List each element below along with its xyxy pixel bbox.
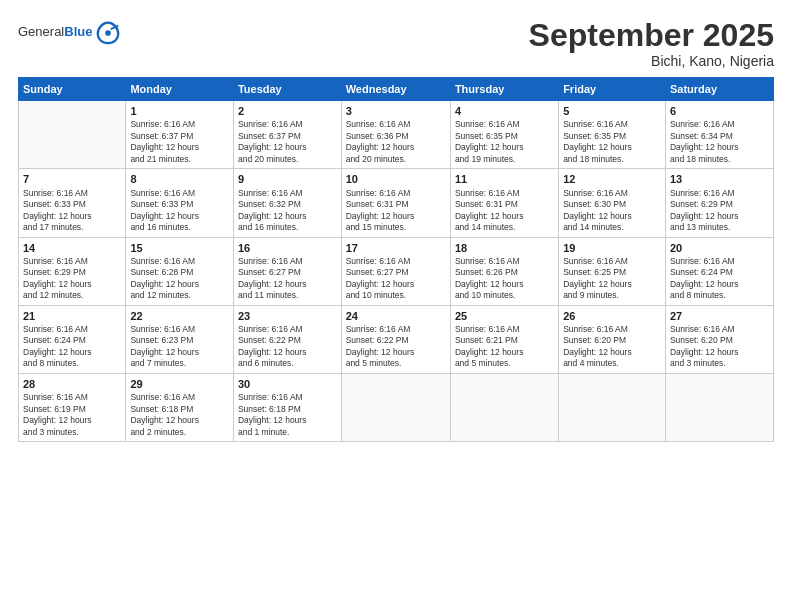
table-row: 20Sunrise: 6:16 AM Sunset: 6:24 PM Dayli…: [665, 237, 773, 305]
day-number: 19: [563, 241, 661, 255]
day-number: 25: [455, 309, 554, 323]
day-info: Sunrise: 6:16 AM Sunset: 6:35 PM Dayligh…: [455, 119, 554, 165]
day-info: Sunrise: 6:16 AM Sunset: 6:21 PM Dayligh…: [455, 324, 554, 370]
table-row: 2Sunrise: 6:16 AM Sunset: 6:37 PM Daylig…: [233, 101, 341, 169]
table-row: 27Sunrise: 6:16 AM Sunset: 6:20 PM Dayli…: [665, 305, 773, 373]
day-info: Sunrise: 6:16 AM Sunset: 6:36 PM Dayligh…: [346, 119, 446, 165]
day-info: Sunrise: 6:16 AM Sunset: 6:32 PM Dayligh…: [238, 188, 337, 234]
day-info: Sunrise: 6:16 AM Sunset: 6:24 PM Dayligh…: [23, 324, 121, 370]
logo-general: GeneralBlue: [18, 24, 92, 40]
col-friday: Friday: [559, 78, 666, 101]
day-number: 12: [563, 172, 661, 186]
calendar-week-row: 7Sunrise: 6:16 AM Sunset: 6:33 PM Daylig…: [19, 169, 774, 237]
table-row: 9Sunrise: 6:16 AM Sunset: 6:32 PM Daylig…: [233, 169, 341, 237]
day-number: 21: [23, 309, 121, 323]
month-title: September 2025: [529, 18, 774, 53]
day-info: Sunrise: 6:16 AM Sunset: 6:37 PM Dayligh…: [238, 119, 337, 165]
table-row: 29Sunrise: 6:16 AM Sunset: 6:18 PM Dayli…: [126, 373, 234, 441]
svg-point-0: [106, 30, 112, 36]
day-info: Sunrise: 6:16 AM Sunset: 6:29 PM Dayligh…: [23, 256, 121, 302]
calendar-header-row: Sunday Monday Tuesday Wednesday Thursday…: [19, 78, 774, 101]
day-number: 30: [238, 377, 337, 391]
day-info: Sunrise: 6:16 AM Sunset: 6:20 PM Dayligh…: [563, 324, 661, 370]
day-number: 5: [563, 104, 661, 118]
location: Bichi, Kano, Nigeria: [529, 53, 774, 69]
table-row: 7Sunrise: 6:16 AM Sunset: 6:33 PM Daylig…: [19, 169, 126, 237]
day-info: Sunrise: 6:16 AM Sunset: 6:24 PM Dayligh…: [670, 256, 769, 302]
day-number: 1: [130, 104, 229, 118]
calendar-week-row: 1Sunrise: 6:16 AM Sunset: 6:37 PM Daylig…: [19, 101, 774, 169]
table-row: 12Sunrise: 6:16 AM Sunset: 6:30 PM Dayli…: [559, 169, 666, 237]
day-info: Sunrise: 6:16 AM Sunset: 6:37 PM Dayligh…: [130, 119, 229, 165]
day-number: 6: [670, 104, 769, 118]
day-number: 29: [130, 377, 229, 391]
table-row: 16Sunrise: 6:16 AM Sunset: 6:27 PM Dayli…: [233, 237, 341, 305]
table-row: 10Sunrise: 6:16 AM Sunset: 6:31 PM Dayli…: [341, 169, 450, 237]
day-info: Sunrise: 6:16 AM Sunset: 6:22 PM Dayligh…: [346, 324, 446, 370]
col-monday: Monday: [126, 78, 234, 101]
day-number: 8: [130, 172, 229, 186]
day-number: 4: [455, 104, 554, 118]
day-number: 23: [238, 309, 337, 323]
table-row: 28Sunrise: 6:16 AM Sunset: 6:19 PM Dayli…: [19, 373, 126, 441]
day-number: 3: [346, 104, 446, 118]
calendar-week-row: 14Sunrise: 6:16 AM Sunset: 6:29 PM Dayli…: [19, 237, 774, 305]
table-row: [559, 373, 666, 441]
day-number: 17: [346, 241, 446, 255]
day-number: 13: [670, 172, 769, 186]
day-info: Sunrise: 6:16 AM Sunset: 6:34 PM Dayligh…: [670, 119, 769, 165]
day-info: Sunrise: 6:16 AM Sunset: 6:30 PM Dayligh…: [563, 188, 661, 234]
table-row: 14Sunrise: 6:16 AM Sunset: 6:29 PM Dayli…: [19, 237, 126, 305]
table-row: 8Sunrise: 6:16 AM Sunset: 6:33 PM Daylig…: [126, 169, 234, 237]
day-number: 24: [346, 309, 446, 323]
calendar-week-row: 21Sunrise: 6:16 AM Sunset: 6:24 PM Dayli…: [19, 305, 774, 373]
day-info: Sunrise: 6:16 AM Sunset: 6:23 PM Dayligh…: [130, 324, 229, 370]
day-info: Sunrise: 6:16 AM Sunset: 6:25 PM Dayligh…: [563, 256, 661, 302]
day-info: Sunrise: 6:16 AM Sunset: 6:31 PM Dayligh…: [455, 188, 554, 234]
col-thursday: Thursday: [450, 78, 558, 101]
table-row: 24Sunrise: 6:16 AM Sunset: 6:22 PM Dayli…: [341, 305, 450, 373]
day-info: Sunrise: 6:16 AM Sunset: 6:27 PM Dayligh…: [346, 256, 446, 302]
table-row: 18Sunrise: 6:16 AM Sunset: 6:26 PM Dayli…: [450, 237, 558, 305]
day-number: 11: [455, 172, 554, 186]
day-info: Sunrise: 6:16 AM Sunset: 6:31 PM Dayligh…: [346, 188, 446, 234]
col-wednesday: Wednesday: [341, 78, 450, 101]
day-number: 7: [23, 172, 121, 186]
day-number: 9: [238, 172, 337, 186]
day-info: Sunrise: 6:16 AM Sunset: 6:20 PM Dayligh…: [670, 324, 769, 370]
table-row: 17Sunrise: 6:16 AM Sunset: 6:27 PM Dayli…: [341, 237, 450, 305]
day-number: 2: [238, 104, 337, 118]
calendar-table: Sunday Monday Tuesday Wednesday Thursday…: [18, 77, 774, 442]
day-number: 18: [455, 241, 554, 255]
day-info: Sunrise: 6:16 AM Sunset: 6:22 PM Dayligh…: [238, 324, 337, 370]
table-row: 23Sunrise: 6:16 AM Sunset: 6:22 PM Dayli…: [233, 305, 341, 373]
day-number: 28: [23, 377, 121, 391]
table-row: 3Sunrise: 6:16 AM Sunset: 6:36 PM Daylig…: [341, 101, 450, 169]
table-row: 30Sunrise: 6:16 AM Sunset: 6:18 PM Dayli…: [233, 373, 341, 441]
table-row: 25Sunrise: 6:16 AM Sunset: 6:21 PM Dayli…: [450, 305, 558, 373]
day-number: 16: [238, 241, 337, 255]
day-info: Sunrise: 6:16 AM Sunset: 6:33 PM Dayligh…: [23, 188, 121, 234]
table-row: 21Sunrise: 6:16 AM Sunset: 6:24 PM Dayli…: [19, 305, 126, 373]
day-info: Sunrise: 6:16 AM Sunset: 6:19 PM Dayligh…: [23, 392, 121, 438]
table-row: [450, 373, 558, 441]
day-number: 10: [346, 172, 446, 186]
table-row: 4Sunrise: 6:16 AM Sunset: 6:35 PM Daylig…: [450, 101, 558, 169]
day-number: 22: [130, 309, 229, 323]
table-row: 13Sunrise: 6:16 AM Sunset: 6:29 PM Dayli…: [665, 169, 773, 237]
day-info: Sunrise: 6:16 AM Sunset: 6:35 PM Dayligh…: [563, 119, 661, 165]
table-row: [341, 373, 450, 441]
day-info: Sunrise: 6:16 AM Sunset: 6:28 PM Dayligh…: [130, 256, 229, 302]
table-row: 26Sunrise: 6:16 AM Sunset: 6:20 PM Dayli…: [559, 305, 666, 373]
table-row: [19, 101, 126, 169]
logo-icon: [94, 18, 122, 46]
day-number: 27: [670, 309, 769, 323]
table-row: 11Sunrise: 6:16 AM Sunset: 6:31 PM Dayli…: [450, 169, 558, 237]
col-saturday: Saturday: [665, 78, 773, 101]
day-info: Sunrise: 6:16 AM Sunset: 6:27 PM Dayligh…: [238, 256, 337, 302]
day-info: Sunrise: 6:16 AM Sunset: 6:18 PM Dayligh…: [238, 392, 337, 438]
calendar-week-row: 28Sunrise: 6:16 AM Sunset: 6:19 PM Dayli…: [19, 373, 774, 441]
header: GeneralBlue September 2025 Bichi, Kano, …: [18, 18, 774, 69]
day-number: 26: [563, 309, 661, 323]
table-row: 19Sunrise: 6:16 AM Sunset: 6:25 PM Dayli…: [559, 237, 666, 305]
